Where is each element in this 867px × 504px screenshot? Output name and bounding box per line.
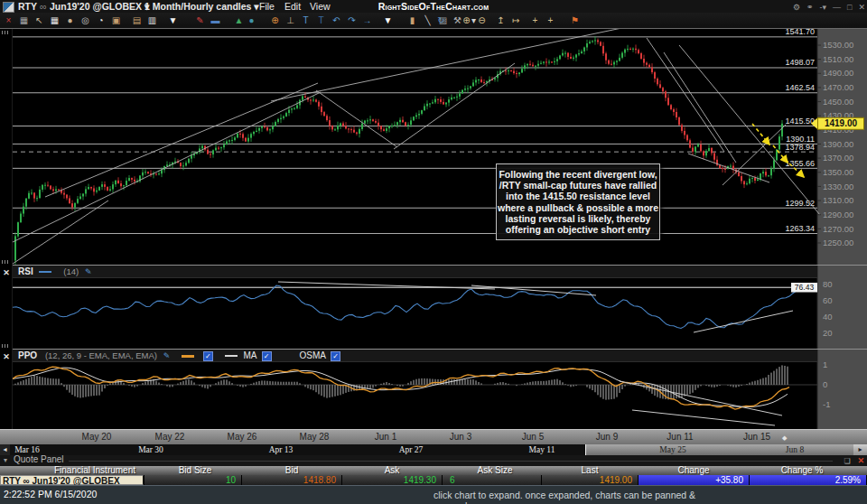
analyst-note[interactable]: Following the recent divergent low,/RTY …: [496, 163, 660, 240]
note-line: /RTY small-cap futures have rallied: [498, 180, 658, 191]
gallery-icon[interactable]: ▤: [131, 14, 143, 26]
target-icon[interactable]: ⊕: [269, 14, 281, 26]
refresh-icon[interactable]: ↻: [435, 14, 447, 26]
ppo-checkbox[interactable]: ✓: [203, 351, 213, 361]
osma-checkbox[interactable]: ✓: [331, 351, 340, 361]
candle: [708, 148, 710, 151]
column-header[interactable]: Change: [677, 465, 709, 475]
close-icon[interactable]: ✕: [858, 3, 865, 12]
osma-bar: [575, 385, 577, 386]
flag-icon[interactable]: ⚑: [569, 14, 581, 26]
candle: [540, 63, 542, 64]
column-header[interactable]: Last: [582, 465, 599, 475]
minimize-icon[interactable]: —: [833, 3, 841, 12]
pointer-icon[interactable]: ↖: [33, 14, 45, 26]
text-tool-icon[interactable]: T: [300, 14, 312, 26]
trendline-icon[interactable]: ╲: [422, 14, 434, 26]
menu-file[interactable]: File: [259, 1, 275, 12]
scroll-right-button[interactable]: ▸: [853, 444, 867, 455]
candle: [703, 151, 704, 155]
chart-canvas[interactable]: 1541.701498.071462.541415.501390.111378.…: [0, 29, 867, 429]
redo-icon[interactable]: ↷: [346, 14, 358, 26]
price-tick-label: 1510.00: [823, 54, 853, 64]
column-header[interactable]: Bid Size: [179, 465, 212, 475]
chart-area[interactable]: 1541.701498.071462.541415.501390.111378.…: [0, 29, 867, 429]
osma-bar: [155, 381, 157, 385]
candle: [237, 134, 238, 137]
collapse-caret-icon[interactable]: ▾: [4, 455, 7, 466]
caret-icon[interactable]: ▾: [468, 14, 480, 26]
chart-tool-icon[interactable]: ▬: [210, 14, 221, 26]
column-header[interactable]: Ask: [385, 465, 400, 475]
settings-gear-icon[interactable]: ⚙: [793, 3, 800, 12]
instrument-cell[interactable]: RTY ∞ Jun19'20 @GLOBEX: [0, 475, 144, 485]
image-icon[interactable]: ▣: [110, 14, 122, 26]
osma-bar: [746, 384, 748, 385]
pane-grip[interactable]: [2, 344, 10, 348]
grid-icon[interactable]: ▦: [49, 14, 61, 26]
restore-icon[interactable]: □: [847, 3, 852, 12]
price-tick-label: 1350.00: [823, 167, 853, 177]
menu-view[interactable]: View: [310, 1, 331, 12]
wrench-icon[interactable]: ⚒: [452, 14, 463, 26]
user-icon[interactable]: ●: [64, 14, 76, 26]
price-level-label: 1415.50: [785, 117, 815, 126]
crosshair-alt-icon[interactable]: +: [545, 14, 556, 26]
menu-edit[interactable]: Edit: [284, 1, 301, 12]
ppo-edit-icon[interactable]: ✎: [163, 351, 171, 360]
undo-icon[interactable]: ↶: [331, 14, 342, 26]
select-region-icon[interactable]: ▦: [18, 14, 30, 26]
scroll-left-button[interactable]: ◂: [0, 444, 10, 455]
date-label: May 26: [228, 432, 257, 442]
column-header[interactable]: Bid: [285, 465, 298, 475]
osma-bar: [589, 385, 591, 388]
search-icon[interactable]: ◎: [79, 14, 91, 26]
clock-label: 2:22:52 PM 6/15/2020: [4, 489, 97, 499]
delete-drawing-icon[interactable]: ×: [3, 14, 14, 26]
candle: [280, 118, 282, 119]
mountain-icon[interactable]: ▲: [233, 14, 245, 26]
pane-grip[interactable]: [2, 260, 10, 264]
symbol-label[interactable]: RTY: [18, 1, 37, 12]
globe-icon[interactable]: ●: [246, 14, 257, 26]
candle: [559, 55, 561, 59]
column-header[interactable]: Ask Size: [478, 465, 513, 475]
popout-icon[interactable]: ❏: [844, 457, 851, 465]
pen-icon[interactable]: ✎: [194, 14, 206, 26]
ppo-close-icon[interactable]: ✕: [2, 352, 11, 361]
rsi-tick-label: 20: [823, 328, 833, 338]
column-header[interactable]: Financial Instrument: [54, 465, 135, 475]
column-header[interactable]: Change %: [781, 465, 824, 475]
quote-panel-close-icon[interactable]: ✕: [857, 456, 864, 465]
quote-panel-title: Quote Panel: [14, 454, 64, 465]
link-icon[interactable]: ⚭: [806, 3, 814, 12]
pie-icon[interactable]: ◔: [95, 14, 107, 26]
osma-bar: [280, 382, 282, 385]
period-selector[interactable]: 1 Month/Hourly candles ▾: [144, 1, 259, 12]
change-cell: +35.80: [639, 475, 750, 485]
scrollbar-thumb[interactable]: [585, 444, 853, 455]
measure-right-icon[interactable]: ↦: [510, 14, 522, 26]
funnel-icon[interactable]: ▼: [382, 14, 394, 26]
pin-dropdown-icon[interactable]: -▾: [820, 3, 827, 12]
crosshair-icon[interactable]: +: [529, 14, 541, 26]
layout-icon[interactable]: ▥: [146, 14, 158, 26]
rsi-edit-icon[interactable]: ✎: [85, 267, 92, 276]
candle: [732, 166, 734, 170]
ma-checkbox[interactable]: ✓: [262, 351, 272, 361]
arrow-tool-icon[interactable]: →: [361, 14, 373, 26]
measure-up-icon[interactable]: ↥: [495, 14, 507, 26]
quote-row[interactable]: RTY ∞ Jun19'20 @GLOBEX 10 1418.80 1419.3…: [0, 475, 867, 485]
rsi-close-icon[interactable]: ✕: [2, 268, 11, 277]
ppo-line-sample-icon: [182, 355, 194, 358]
pane-grip[interactable]: [2, 31, 10, 34]
text-box-icon[interactable]: T: [315, 14, 327, 26]
panel-icon[interactable]: ▮: [406, 14, 418, 26]
chart-scrollbar[interactable]: ◂ ▸ Mar 16Mar 30Apr 13Apr 27May 11May 25…: [0, 444, 867, 455]
contract-selector[interactable]: Jun19'20 @GLOBEX ▾: [50, 1, 149, 12]
candle: [90, 187, 92, 188]
ma-line-sample-icon: [225, 355, 238, 357]
anchor-icon[interactable]: ⊥: [284, 14, 296, 26]
osma-bar: [185, 380, 187, 385]
dropdown-caret-icon[interactable]: ▼: [167, 14, 179, 26]
